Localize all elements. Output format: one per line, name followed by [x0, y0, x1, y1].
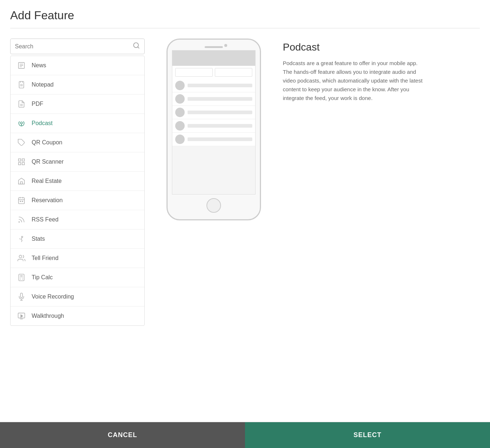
footer: CANCEL SELECT — [0, 422, 490, 448]
phone-mockup-container — [159, 39, 268, 220]
svg-point-13 — [20, 122, 23, 124]
phone-bottom-area — [172, 146, 255, 194]
phone-home-button — [206, 198, 221, 213]
feature-item-notepad[interactable]: Notepad — [11, 75, 144, 95]
feature-item-real-estate[interactable]: Real Estate — [11, 172, 144, 191]
voice-recording-icon — [16, 292, 27, 302]
svg-rect-21 — [19, 198, 25, 204]
feature-item-news[interactable]: News — [11, 56, 144, 75]
feature-item-walkthrough[interactable]: Walkthrough — [11, 307, 144, 325]
walkthrough-icon — [16, 311, 27, 321]
feature-item-rss-feed[interactable]: RSS Feed — [11, 210, 144, 229]
tip-calc-icon — [16, 272, 27, 283]
feature-item-pdf[interactable]: PDF — [11, 95, 144, 114]
right-panel: Podcast Podcasts are a great feature to … — [283, 39, 480, 103]
qr-scanner-icon — [16, 157, 27, 167]
phone-screen — [172, 50, 256, 195]
rss-feed-icon — [16, 215, 27, 225]
phone-list-item-5 — [172, 133, 255, 146]
phone-mockup — [166, 39, 261, 220]
tell-friend-icon — [16, 253, 27, 263]
feature-detail-description: Podcasts are a great feature to offer in… — [283, 59, 428, 103]
feature-label-tip-calc: Tip Calc — [32, 274, 53, 281]
feature-item-tell-friend[interactable]: Tell Friend — [11, 249, 144, 268]
feature-item-podcast[interactable]: Podcast — [11, 114, 144, 133]
feature-label-podcast: Podcast — [32, 120, 53, 127]
page-title: Add Feature — [10, 9, 480, 22]
feature-label-qr-coupon: QR Coupon — [32, 139, 63, 146]
news-icon — [16, 60, 27, 71]
phone-line-2 — [188, 97, 252, 101]
phone-list-item-1 — [172, 79, 255, 92]
select-button[interactable]: SELECT — [245, 422, 490, 448]
svg-rect-6 — [19, 81, 24, 88]
svg-rect-20 — [20, 182, 23, 184]
search-input[interactable] — [15, 43, 133, 50]
feature-detail-title: Podcast — [283, 41, 480, 53]
svg-point-25 — [19, 222, 20, 223]
phone-list-item-4 — [172, 119, 255, 133]
phone-avatar-2 — [175, 94, 185, 104]
feature-label-stats: Stats — [32, 236, 45, 242]
feature-label-reservation: Reservation — [32, 197, 63, 204]
left-panel: NewsNotepadPDFPodcastQR CouponQR Scanner… — [10, 39, 145, 326]
real-estate-icon — [16, 176, 27, 186]
podcast-icon — [16, 118, 27, 128]
reservation-icon — [16, 195, 27, 205]
phone-list-item-2 — [172, 92, 255, 106]
feature-item-reservation[interactable]: Reservation — [11, 191, 144, 210]
search-icon — [133, 42, 140, 51]
svg-rect-18 — [19, 163, 21, 165]
feature-item-tip-calc[interactable]: Tip Calc — [11, 268, 144, 287]
phone-line-3 — [188, 111, 252, 114]
feature-item-qr-coupon[interactable]: QR Coupon — [11, 133, 144, 152]
phone-camera — [224, 44, 227, 47]
phone-speaker — [205, 46, 223, 48]
phone-input-2 — [215, 68, 252, 77]
qr-coupon-icon — [16, 137, 27, 148]
feature-item-voice-recording[interactable]: Voice Recording — [11, 287, 144, 307]
pdf-icon — [16, 99, 27, 109]
phone-avatar-4 — [175, 121, 185, 131]
feature-label-voice-recording: Voice Recording — [32, 293, 74, 300]
search-box — [10, 39, 145, 54]
feature-list: NewsNotepadPDFPodcastQR CouponQR Scanner… — [10, 56, 145, 326]
svg-point-26 — [21, 236, 23, 238]
feature-item-qr-scanner[interactable]: QR Scanner — [11, 152, 144, 172]
phone-list-item-3 — [172, 106, 255, 119]
content-area: NewsNotepadPDFPodcastQR CouponQR Scanner… — [10, 39, 480, 412]
phone-line-4 — [188, 124, 252, 128]
svg-point-27 — [19, 255, 22, 258]
feature-label-news: News — [32, 62, 46, 69]
feature-label-real-estate: Real Estate — [32, 178, 62, 184]
phone-avatar-3 — [175, 108, 185, 117]
feature-label-pdf: PDF — [32, 101, 43, 107]
feature-label-notepad: Notepad — [32, 81, 54, 88]
phone-line-5 — [188, 137, 252, 141]
svg-rect-28 — [19, 274, 24, 281]
header-divider — [10, 28, 480, 28]
svg-marker-38 — [21, 315, 23, 317]
stats-icon — [16, 234, 27, 244]
svg-rect-16 — [19, 159, 21, 161]
svg-line-1 — [138, 47, 139, 48]
feature-item-stats[interactable]: Stats — [11, 229, 144, 249]
svg-rect-19 — [22, 163, 24, 165]
feature-label-qr-scanner: QR Scanner — [32, 159, 64, 165]
phone-header-bar — [172, 51, 255, 66]
notepad-icon — [16, 80, 27, 90]
svg-rect-17 — [22, 159, 24, 161]
feature-label-walkthrough: Walkthrough — [32, 313, 64, 319]
phone-line-1 — [188, 84, 252, 87]
phone-avatar-1 — [175, 81, 185, 90]
phone-input-1 — [175, 68, 213, 77]
phone-avatar-5 — [175, 135, 185, 144]
phone-two-inputs — [172, 66, 255, 79]
feature-label-tell-friend: Tell Friend — [32, 255, 59, 261]
feature-label-rss-feed: RSS Feed — [32, 216, 59, 223]
cancel-button[interactable]: CANCEL — [0, 422, 245, 448]
